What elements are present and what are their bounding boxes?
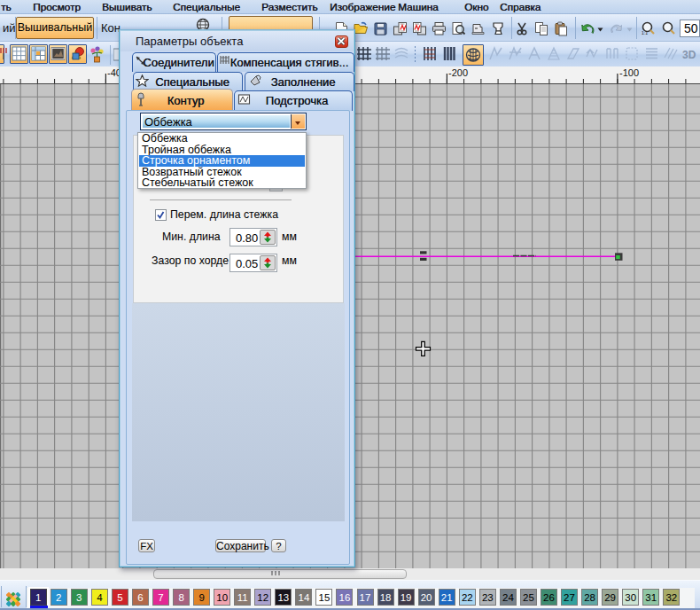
svg-text:1:1: 1:1 — [642, 30, 648, 35]
